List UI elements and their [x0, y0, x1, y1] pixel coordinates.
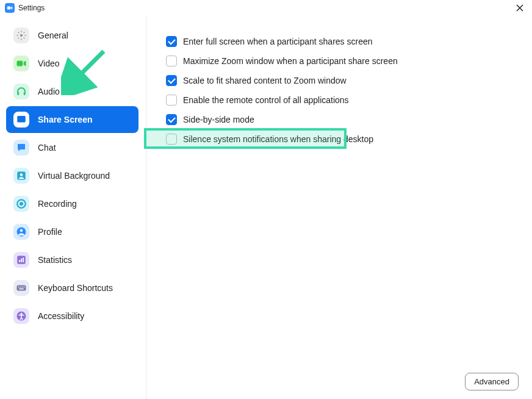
svg-rect-13 — [19, 260, 20, 262]
sidebar-item-chat[interactable]: Chat — [6, 134, 138, 161]
option-label: Scale to fit shared content to Zoom wind… — [183, 76, 347, 85]
svg-rect-0 — [7, 7, 10, 10]
sidebar-item-accessibility[interactable]: Accessibility — [6, 303, 138, 329]
svg-rect-17 — [18, 287, 20, 288]
checkbox[interactable] — [166, 36, 177, 47]
sidebar-item-label: Video — [38, 59, 60, 68]
sidebar-item-statistics[interactable]: Statistics — [6, 246, 138, 273]
sidebar-item-audio[interactable]: Audio — [6, 78, 138, 105]
window-title: Settings — [18, 4, 45, 12]
sidebar-item-share-screen[interactable]: Share Screen — [6, 106, 138, 133]
option-label: Silence system notifications when sharin… — [183, 134, 373, 144]
option-label: Maximize Zoom window when a participant … — [183, 56, 398, 66]
option-row[interactable]: Scale to fit shared content to Zoom wind… — [164, 73, 515, 88]
sidebar-item-label: Statistics — [38, 255, 72, 265]
sidebar-item-label: Audio — [38, 87, 60, 96]
option-row[interactable]: Side-by-side mode — [164, 112, 515, 127]
record-icon — [13, 196, 29, 212]
option-row[interactable]: Maximize Zoom window when a participant … — [164, 54, 515, 68]
sidebar-item-label: Share Screen — [38, 115, 93, 124]
sidebar-item-label: Virtual Background — [38, 171, 110, 181]
profile-icon — [13, 224, 29, 240]
option-label: Side-by-side mode — [183, 115, 254, 124]
sidebar-item-profile[interactable]: Profile — [6, 218, 138, 245]
option-row[interactable]: Enable the remote control of all applica… — [164, 93, 515, 107]
checkbox[interactable] — [166, 114, 177, 125]
option-label: Enter full screen when a participant sha… — [183, 37, 373, 46]
checkbox[interactable] — [166, 56, 177, 66]
svg-point-1 — [20, 34, 23, 37]
app-icon — [5, 3, 15, 13]
svg-rect-3 — [17, 92, 19, 95]
checkbox[interactable] — [166, 134, 177, 145]
option-row[interactable]: Enter full screen when a participant sha… — [164, 34, 515, 49]
svg-point-11 — [20, 229, 23, 232]
sidebar-item-label: General — [38, 31, 68, 40]
stats-icon — [13, 252, 29, 268]
sidebar-item-recording[interactable]: Recording — [6, 190, 138, 217]
headphones-icon — [13, 84, 29, 99]
share-icon — [13, 112, 29, 128]
sidebar-item-keyboard-shortcuts[interactable]: Keyboard Shortcuts — [6, 275, 138, 301]
svg-point-7 — [20, 173, 23, 176]
accessibility-icon — [13, 308, 29, 324]
svg-rect-18 — [20, 287, 21, 288]
close-icon[interactable] — [514, 2, 526, 14]
advanced-button[interactable]: Advanced — [465, 373, 519, 390]
titlebar: Settings — [0, 0, 532, 16]
checkbox[interactable] — [166, 75, 177, 86]
option-row[interactable]: Silence system notifications when sharin… — [164, 132, 515, 146]
checkbox[interactable] — [166, 95, 177, 106]
sidebar-item-label: Recording — [38, 199, 77, 209]
video-icon — [13, 56, 29, 71]
sidebar-item-virtual-background[interactable]: Virtual Background — [6, 162, 138, 189]
content-pane: Enter full screen when a participant sha… — [146, 16, 532, 399]
main-container: GeneralVideoAudioShare ScreenChatVirtual… — [0, 16, 532, 399]
svg-rect-4 — [24, 92, 26, 95]
svg-rect-19 — [22, 287, 23, 288]
sidebar-item-label: Profile — [38, 227, 62, 237]
svg-rect-16 — [17, 286, 26, 291]
footer: Advanced — [465, 373, 519, 390]
svg-rect-15 — [23, 257, 24, 262]
svg-point-9 — [20, 202, 23, 206]
svg-rect-2 — [17, 61, 23, 66]
sidebar-item-label: Accessibility — [38, 311, 84, 321]
sidebar-item-general[interactable]: General — [6, 22, 138, 49]
chat-icon — [13, 140, 29, 156]
virtualbg-icon — [13, 168, 29, 184]
svg-rect-14 — [21, 259, 22, 262]
gear-icon — [13, 27, 29, 43]
option-label: Enable the remote control of all applica… — [183, 95, 349, 105]
options-list: Enter full screen when a participant sha… — [164, 34, 515, 146]
svg-rect-20 — [24, 287, 25, 288]
keyboard-icon — [13, 280, 29, 296]
sidebar-item-label: Keyboard Shortcuts — [38, 283, 113, 293]
svg-point-23 — [21, 313, 23, 315]
sidebar: GeneralVideoAudioShare ScreenChatVirtual… — [0, 16, 146, 399]
sidebar-item-label: Chat — [38, 143, 56, 153]
sidebar-item-video[interactable]: Video — [6, 50, 138, 77]
titlebar-left: Settings — [5, 3, 45, 13]
svg-rect-21 — [19, 289, 24, 290]
